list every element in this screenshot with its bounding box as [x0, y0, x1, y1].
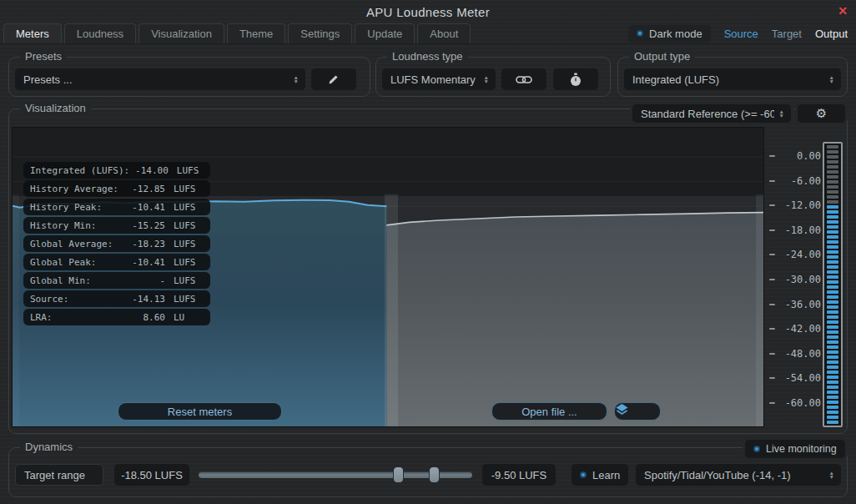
- stat-row: Global Min:-LUFS: [23, 272, 210, 289]
- tick-mark: [769, 254, 775, 255]
- meter-segment: [827, 320, 838, 324]
- tick-mark: [769, 304, 775, 305]
- view-output[interactable]: Output: [815, 28, 848, 40]
- tab-settings[interactable]: Settings: [288, 23, 352, 43]
- visualization-settings-button[interactable]: ⚙: [798, 104, 845, 123]
- link-channels-button[interactable]: [501, 68, 546, 90]
- link-icon: [516, 74, 532, 85]
- meter-segment: [827, 315, 838, 319]
- meter-segment: [827, 370, 838, 374]
- meter-segment: [827, 200, 838, 204]
- meter-segment: [827, 280, 838, 284]
- tick-label: -12.00: [775, 199, 821, 211]
- edit-preset-button[interactable]: [311, 68, 356, 90]
- meter-segment: [827, 265, 838, 269]
- stats-overlay: Integrated (LUFS):-14.00LUFSHistory Aver…: [23, 162, 210, 325]
- y-tick: -48.00: [769, 347, 821, 360]
- tab-update[interactable]: Update: [355, 23, 415, 43]
- dropdown-arrows-icon: ▲▼: [484, 75, 489, 83]
- tick-label: -18.00: [775, 224, 821, 236]
- live-monitoring-toggle[interactable]: Live monitoring: [745, 440, 845, 458]
- meter-segment: [827, 285, 838, 289]
- layers-icon: [615, 403, 629, 416]
- meter-segment: [827, 421, 838, 424]
- loudness-type-dropdown[interactable]: LUFS Momentary ▲▼: [382, 68, 496, 90]
- tab-theme[interactable]: Theme: [227, 23, 285, 43]
- dropdown-arrows-icon: ▲▼: [779, 109, 784, 118]
- dynamics-preset-dropdown[interactable]: Spotify/Tidal/YouTube (-14, -1) ▲▼: [636, 464, 841, 486]
- meter-segment: [827, 295, 838, 299]
- tab-visualization[interactable]: Visualization: [138, 23, 224, 43]
- meter-segment: [827, 340, 838, 344]
- reset-meters-button[interactable]: Reset meters: [118, 402, 282, 421]
- reference-dropdown[interactable]: Standard Reference (>= -60) ▲▼: [632, 104, 791, 123]
- tick-mark: [769, 180, 775, 182]
- layers-button[interactable]: [614, 402, 661, 421]
- target-min-value[interactable]: -18.50 LUFS: [114, 464, 189, 486]
- target-max-value[interactable]: -9.50 LUFS: [482, 464, 556, 486]
- open-file-button[interactable]: Open file ...: [491, 402, 607, 421]
- meter-segment: [827, 290, 838, 294]
- y-tick: -60.00: [769, 396, 821, 410]
- meter-segment: [827, 416, 838, 419]
- presets-group-label: Presets: [20, 50, 67, 63]
- meter-segment: [827, 355, 838, 359]
- y-tick: -54.00: [769, 371, 821, 385]
- presets-dropdown[interactable]: Presets ... ▲▼: [15, 68, 305, 90]
- meter-segment: [827, 250, 838, 254]
- slider-handle-min[interactable]: [393, 466, 404, 483]
- view-target[interactable]: Target: [772, 28, 802, 40]
- tick-mark: [769, 377, 775, 379]
- learn-label: Learn: [592, 469, 620, 481]
- tick-mark: [769, 353, 775, 355]
- window-title: APU Loudness Meter: [0, 5, 856, 19]
- tab-meters[interactable]: Meters: [3, 23, 62, 43]
- y-tick: -36.00: [769, 298, 821, 311]
- output-type-dropdown[interactable]: Integrated (LUFS) ▲▼: [624, 68, 841, 90]
- dropdown-arrows-icon: ▲▼: [829, 471, 834, 479]
- tick-label: 0.00: [775, 150, 821, 162]
- loudness-type-value: LUFS Momentary: [390, 73, 479, 86]
- stat-row: Global Average:-18.23LUFS: [23, 235, 210, 252]
- presets-dropdown-value: Presets ...: [23, 73, 289, 86]
- stat-row: Integrated (LUFS):-14.00LUFS: [23, 162, 210, 179]
- meter-segment: [827, 260, 838, 264]
- view-source[interactable]: Source: [724, 28, 758, 40]
- learn-toggle[interactable]: Learn: [572, 464, 628, 486]
- meter-segment: [827, 396, 838, 399]
- timer-button[interactable]: [553, 68, 598, 90]
- tab-loudness[interactable]: Loudness: [64, 23, 136, 43]
- meter-segment: [827, 310, 838, 314]
- meter-segment: [827, 210, 838, 214]
- dark-mode-label: Dark mode: [649, 28, 702, 40]
- tick-label: -60.00: [775, 397, 821, 409]
- stat-row: Global Peak:-10.41LUFS: [23, 254, 210, 270]
- y-axis: 0.00-6.00-12.00-18.00-24.00-30.00-36.00-…: [764, 127, 821, 427]
- close-icon[interactable]: ✕: [838, 4, 848, 18]
- output-type-label: Output type: [629, 50, 695, 63]
- meter-segment: [827, 325, 838, 329]
- gear-icon: ⚙: [816, 106, 827, 121]
- meter-segment: [827, 195, 838, 199]
- dark-mode-toggle[interactable]: Dark mode: [628, 25, 711, 43]
- tick-mark: [769, 204, 775, 206]
- loudness-type-label: Loudness type: [387, 50, 468, 63]
- meter-segment: [827, 240, 838, 244]
- tab-about[interactable]: About: [417, 23, 471, 43]
- stat-row: Source:-14.13LUFS: [23, 290, 210, 307]
- tick-mark: [769, 279, 775, 280]
- tick-label: -42.00: [775, 323, 821, 335]
- tick-mark: [769, 402, 775, 404]
- tick-label: -30.00: [775, 274, 821, 285]
- tick-mark: [769, 328, 775, 330]
- meter-segment: [827, 360, 838, 364]
- y-tick: -12.00: [769, 199, 821, 212]
- tick-label: -6.00: [775, 175, 821, 187]
- meter-segment: [827, 205, 838, 209]
- tab-bar-right: Dark mode SourceTargetOutput: [628, 23, 848, 43]
- meter-segment: [827, 386, 838, 389]
- meter-segment: [827, 165, 838, 169]
- tick-label: -48.00: [775, 348, 821, 360]
- slider-handle-max[interactable]: [429, 466, 440, 483]
- target-range-slider[interactable]: [199, 464, 472, 486]
